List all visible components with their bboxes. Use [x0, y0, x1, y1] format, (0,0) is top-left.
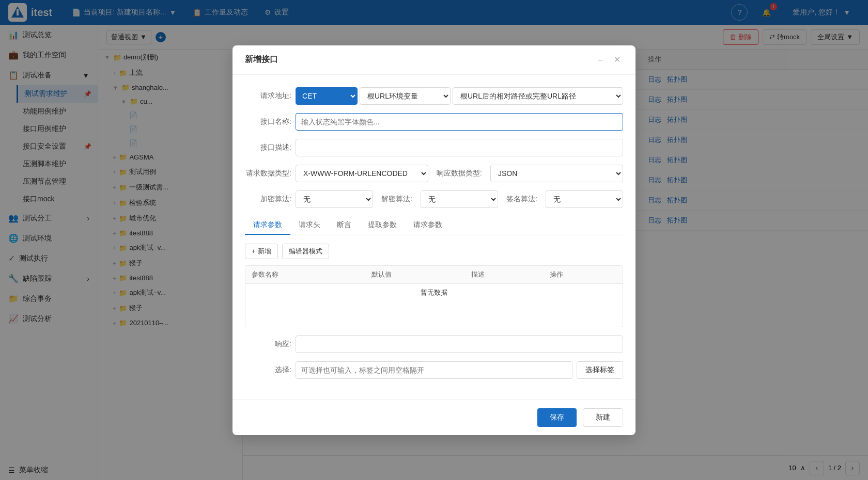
url-label: 请求地址:: [245, 91, 291, 101]
name-input[interactable]: [296, 113, 623, 131]
response-data-type-label: 响应数据类型:: [437, 169, 482, 178]
sign-label: 签名算法:: [506, 195, 537, 204]
data-type-form-row: 请求数据类型: X-WWW-FORM-URLENCODED JSON FORM-…: [245, 165, 623, 182]
encrypt-select[interactable]: 无: [296, 190, 373, 208]
tab-request-params2[interactable]: 请求参数: [405, 216, 451, 235]
desc-form-row: 接口描述:: [245, 139, 623, 156]
modal-overlay: 新增接口 – ✕ 请求地址: GET POST PUT DELETE CET: [0, 0, 868, 480]
param-table-container: 参数名称 默认值 描述 操作 暂无数据: [245, 265, 623, 327]
sign-select[interactable]: 无: [546, 190, 623, 208]
add-param-label: 新增: [258, 247, 271, 256]
modal-dialog: 新增接口 – ✕ 请求地址: GET POST PUT DELETE CET: [233, 45, 636, 435]
modal-close-btns: – ✕: [594, 54, 623, 66]
modal-header: 新增接口 – ✕: [233, 45, 636, 75]
no-data-text: 暂无数据: [245, 283, 623, 301]
param-toolbar: + 新增 编辑器模式: [245, 244, 623, 259]
modal-footer: 保存 新建: [233, 399, 636, 435]
request-data-type-select[interactable]: X-WWW-FORM-URLENCODED JSON FORM-DATA RAW: [296, 165, 428, 182]
param-tabs: 请求参数 请求头 断言 提取参数 请求参数: [245, 216, 623, 235]
modal-title: 新增接口: [245, 54, 278, 65]
tab-request-headers[interactable]: 请求头: [290, 216, 329, 235]
desc-label: 接口描述:: [245, 143, 291, 152]
tab-extract-params[interactable]: 提取参数: [360, 216, 405, 235]
tab-assertion[interactable]: 断言: [329, 216, 360, 235]
desc-input[interactable]: [296, 139, 623, 156]
tab-request-params[interactable]: 请求参数: [245, 216, 290, 235]
modal-minimize-btn[interactable]: –: [594, 54, 607, 66]
param-col-name: 参数名称: [245, 266, 365, 284]
response-label: 响应:: [245, 340, 291, 349]
response-data-type-select[interactable]: JSON XML TEXT: [490, 165, 623, 182]
response-form-row: 响应:: [245, 335, 623, 353]
editor-mode-btn[interactable]: 编辑器模式: [282, 244, 329, 259]
tags-input[interactable]: [296, 361, 572, 379]
select-tag-btn[interactable]: 选择标签: [577, 361, 623, 379]
param-col-default: 默认值: [365, 266, 464, 284]
modal-body: 请求地址: GET POST PUT DELETE CET 根URL环境变量 根…: [233, 75, 636, 399]
url-form-row: 请求地址: GET POST PUT DELETE CET 根URL环境变量 根…: [245, 87, 623, 105]
param-col-ops: 操作: [544, 266, 623, 284]
algorithm-form-row: 加密算法: 无 解密算法: 无 签名算法: 无: [245, 190, 623, 208]
decrypt-label: 解密算法:: [381, 195, 412, 204]
url-env-select[interactable]: 根URL环境变量: [360, 87, 451, 105]
add-icon: +: [252, 247, 256, 255]
select-form-row: 选择: 选择标签: [245, 361, 623, 379]
param-col-desc: 描述: [465, 266, 544, 284]
url-method-select[interactable]: GET POST PUT DELETE CET: [296, 87, 358, 105]
save-btn[interactable]: 保存: [537, 408, 577, 427]
param-table: 参数名称 默认值 描述 操作 暂无数据: [245, 266, 623, 301]
decrypt-select[interactable]: 无: [421, 190, 498, 208]
add-param-btn[interactable]: + 新增: [245, 244, 278, 259]
request-data-type-label: 请求数据类型:: [245, 169, 291, 178]
editor-mode-label: 编辑器模式: [289, 247, 322, 256]
response-input[interactable]: [296, 335, 623, 353]
encrypt-label: 加密算法:: [245, 195, 291, 204]
modal-close-btn[interactable]: ✕: [611, 54, 623, 66]
url-path-select[interactable]: 根URL后的相对路径或完整URL路径: [453, 87, 623, 105]
select-label: 选择:: [245, 365, 291, 375]
name-form-row: 接口名称:: [245, 113, 623, 131]
name-label: 接口名称:: [245, 117, 291, 126]
new-btn[interactable]: 新建: [583, 408, 623, 427]
